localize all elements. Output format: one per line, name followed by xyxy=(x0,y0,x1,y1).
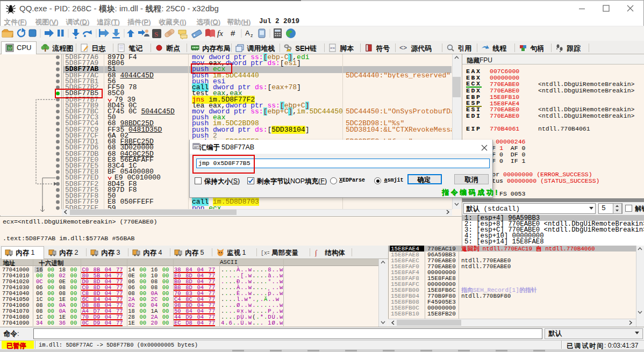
svg-text:S: S xyxy=(154,30,158,38)
svg-text:∫: ∫ xyxy=(314,249,318,257)
svg-text:<>: <> xyxy=(399,44,407,52)
svg-text:«»: «» xyxy=(330,46,335,51)
svg-text:[x=]: [x=] xyxy=(261,250,269,256)
svg-text:A: A xyxy=(245,29,250,37)
svg-text:fx: fx xyxy=(217,29,223,38)
svg-text:32: 32 xyxy=(8,46,12,51)
svg-text:z: z xyxy=(251,33,253,38)
svg-text:#: # xyxy=(231,28,235,38)
